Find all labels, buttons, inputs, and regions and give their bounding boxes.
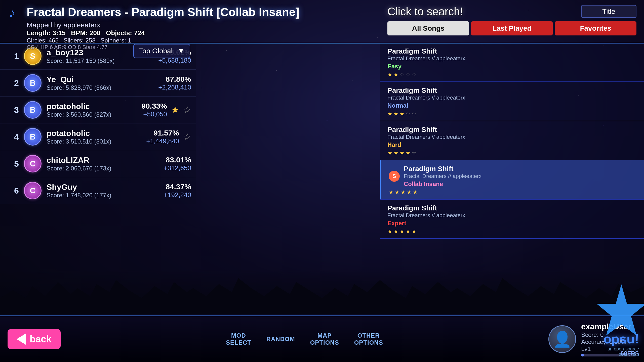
top-global-dropdown[interactable]: Top Global ▼ <box>133 44 190 58</box>
song-item-header: Paradigm Shift Fractal Dreamers // apple… <box>387 126 636 148</box>
entry-grade: B <box>24 101 42 119</box>
star-icon: ★ <box>399 228 405 235</box>
star-icon: ☆ <box>399 71 405 78</box>
song-list-item[interactable]: Paradigm Shift Fractal Dreamers // apple… <box>380 121 644 160</box>
star-icon: ★ <box>412 228 417 235</box>
star-icon: ☆ <box>412 111 417 117</box>
star-icon: ★ <box>393 228 398 235</box>
back-button[interactable]: back <box>8 329 61 349</box>
favorites-button[interactable]: Favorites <box>555 21 636 35</box>
song-item-header: Paradigm Shift Fractal Dreamers // apple… <box>387 204 636 227</box>
mod-select-button[interactable]: MOD SELECT <box>221 330 256 349</box>
entry-accuracy: 87.80% <box>158 75 191 83</box>
leaderboard-entry[interactable]: 6 C ShyGuy Score: 1,748,020 (177x) 84.37… <box>0 177 196 204</box>
bpm-value: 200 <box>90 29 100 37</box>
entry-grade: B <box>24 74 42 92</box>
svg-text:♪: ♪ <box>9 5 15 20</box>
entry-pp: +50,050 <box>141 110 167 118</box>
player-name: potatoholic <box>47 102 141 111</box>
star-icon: ★ <box>393 71 398 78</box>
star-icon: ★ <box>393 150 398 156</box>
song-list-item[interactable]: Paradigm Shift Fractal Dreamers // apple… <box>380 82 644 121</box>
entry-pp: +312,650 <box>164 164 191 172</box>
svg-marker-1 <box>596 284 644 336</box>
map-options-button[interactable]: MAP OPTIONS <box>305 330 344 349</box>
star-icon: ★ <box>387 150 392 156</box>
song-item-creator: Fractal Dreamers // appleeaterx <box>387 95 465 101</box>
title-dropdown[interactable]: Title Artist Creator <box>581 5 636 18</box>
search-row: Click to search! Title Artist Creator <box>387 5 636 18</box>
player-name: Ye_Qui <box>47 75 158 84</box>
entry-pp: +2,268,410 <box>158 83 191 91</box>
entry-grade: C <box>24 182 42 199</box>
song-item-header: S Paradigm Shift Fractal Dreamers // app… <box>389 165 636 188</box>
star-icon: ★ <box>413 189 418 196</box>
entry-player-info: ShyGuy Score: 1,748,020 (177x) <box>47 183 164 199</box>
entry-stats: 84.37% +192,240 <box>164 183 191 199</box>
difficulty-name: Expert <box>387 220 465 227</box>
entry-accuracy: 84.37% <box>164 183 191 191</box>
other-options-button[interactable]: OTHER OPTIONS <box>349 330 388 349</box>
last-played-button[interactable]: Last Played <box>471 21 553 35</box>
length-label: Length: <box>27 29 51 37</box>
back-label: back <box>30 334 52 345</box>
difficulty-name: Normal <box>387 102 465 109</box>
song-item-name-wrapper: Paradigm Shift Fractal Dreamers // apple… <box>387 126 465 148</box>
player-name: potatoholic <box>47 129 146 138</box>
leaderboard: 1 S a_boy123 Score: 11,517,150 (589x) 98… <box>0 43 196 315</box>
entry-accuracy: 91.57% <box>146 129 179 137</box>
all-songs-button[interactable]: All Songs <box>387 21 469 35</box>
nav-buttons: MOD SELECT RANDOM MAP OPTIONS OTHER OPTI… <box>68 330 541 349</box>
entry-rank: 2 <box>5 78 19 88</box>
star-icon: ★ <box>387 228 392 235</box>
player-score: Score: 5,828,970 (366x) <box>47 84 158 91</box>
entry-rank: 4 <box>5 132 19 142</box>
random-button[interactable]: RANDOM <box>261 330 300 349</box>
right-panel: Click to search! Title Artist Creator Al… <box>380 0 644 44</box>
random-line1: RANDOM <box>266 336 295 343</box>
star-icon: ★ <box>407 189 412 196</box>
star-icon: ★ <box>389 189 394 196</box>
song-item-name: Paradigm Shift <box>387 126 465 134</box>
leaderboard-entry[interactable]: 5 C chitoLIZAR Score: 2,060,670 (173x) 8… <box>0 150 196 177</box>
song-stars: ★★★☆☆ <box>387 111 636 117</box>
fps-badge: 60FPS <box>621 350 639 357</box>
song-item-name: Paradigm Shift <box>387 204 465 212</box>
player-name: ShyGuy <box>47 183 164 192</box>
length-value: 3:15 <box>53 29 66 37</box>
entry-accuracy: 90.33% <box>141 102 167 110</box>
song-title: Fractal Dreamers - Paradigm Shift [Colla… <box>27 5 299 19</box>
entry-player-info: potatoholic Score: 3,560,560 (327x) <box>47 102 141 118</box>
map-options-line1: MAP <box>310 332 339 339</box>
difficulty-name: Collab Insane <box>404 180 481 188</box>
song-item-creator: Fractal Dreamers // appleeaterx <box>387 212 465 219</box>
entry-stats: 91.57% +1,449,840 <box>146 129 179 145</box>
difficulty-badge: S <box>389 171 400 182</box>
difficulty-name: Easy <box>387 63 465 70</box>
star-icon: ☆ <box>183 105 191 115</box>
title-dropdown-wrapper: Title Artist Creator <box>581 5 636 18</box>
mod-select-line2: SELECT <box>226 339 251 346</box>
player-name: chitoLIZAR <box>47 156 164 165</box>
star-icon: ☆ <box>412 71 417 78</box>
difficulty-name: Hard <box>387 141 465 148</box>
star-icon: ☆ <box>412 150 417 156</box>
star-icon: ★ <box>393 111 398 117</box>
click-to-search[interactable]: Click to search! <box>387 5 463 18</box>
song-list-item[interactable]: Paradigm Shift Fractal Dreamers // apple… <box>380 200 644 239</box>
top-global-area: Top Global ▼ <box>133 44 190 58</box>
song-stars: ★★★★★ <box>387 228 636 235</box>
leaderboard-entry[interactable]: 3 B potatoholic Score: 3,560,560 (327x) … <box>0 97 196 123</box>
leaderboard-entry[interactable]: 4 B potatoholic Score: 3,510,510 (301x) … <box>0 123 196 150</box>
song-item-creator: Fractal Dreamers // appleeaterx <box>387 55 465 62</box>
song-list-item[interactable]: S Paradigm Shift Fractal Dreamers // app… <box>380 160 644 200</box>
song-item-name-wrapper: Paradigm Shift Fractal Dreamers // apple… <box>387 204 465 227</box>
music-icon: ♪ <box>8 5 23 20</box>
filter-buttons: All Songs Last Played Favorites <box>387 21 636 35</box>
star-icon: ★ <box>406 150 411 156</box>
song-stars: ★★★★★ <box>389 189 636 196</box>
star-icon: ★ <box>395 189 400 196</box>
song-item-header: Paradigm Shift Fractal Dreamers // apple… <box>387 86 636 109</box>
leaderboard-entry[interactable]: 2 B Ye_Qui Score: 5,828,970 (366x) 87.80… <box>0 70 196 97</box>
song-item-name-wrapper: Paradigm Shift Fractal Dreamers // apple… <box>387 86 465 109</box>
